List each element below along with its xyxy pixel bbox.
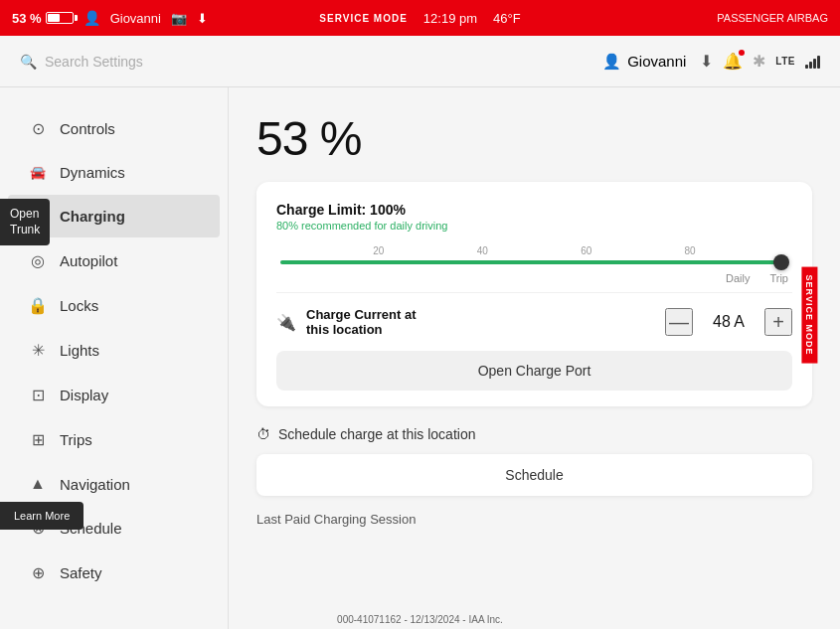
status-bar: 53 % 👤 Giovanni 📷 ⬇ SERVICE MODE 12:19 p… <box>0 0 840 36</box>
nav-user: 👤 Giovanni <box>602 53 686 71</box>
service-mode-right-badge: SERVICE MODE <box>802 266 818 363</box>
sidebar-item-label-controls: Controls <box>60 120 115 137</box>
plug-icon: 🔌 <box>276 313 296 332</box>
nav-user-icon: 👤 <box>602 53 621 71</box>
charge-current-text: Charge Current at this location <box>306 307 417 337</box>
schedule-section: ⏱ Schedule charge at this location Sched… <box>256 426 812 496</box>
sidebar: ⊙ Controls 🚘 Dynamics ⚡ Charging ◎ Autop… <box>0 87 229 629</box>
trips-icon: ⊞ <box>28 430 48 449</box>
schedule-button[interactable]: Schedule <box>256 454 812 496</box>
controls-icon: ⊙ <box>28 119 48 138</box>
status-bar-right: PASSENGER AIRBAG <box>717 12 828 24</box>
sidebar-item-trips[interactable]: ⊞ Trips <box>8 418 220 461</box>
sidebar-item-label-dynamics: Dynamics <box>60 164 125 181</box>
sidebar-item-label-trips: Trips <box>60 431 92 448</box>
signal-bar-2 <box>809 62 812 69</box>
slider-fill <box>280 260 788 264</box>
slider-daily-trip: Daily Trip <box>280 272 788 284</box>
last-paid-text: Last Paid Charging Session <box>256 512 416 527</box>
nav-user-name: Giovanni <box>627 53 686 70</box>
download-icon[interactable]: ⬇ <box>700 52 713 71</box>
charge-increase-button[interactable]: + <box>764 308 792 336</box>
main-battery-percent: 53 % <box>256 111 812 166</box>
charge-limit-subtitle: 80% recommended for daily driving <box>276 220 792 232</box>
sidebar-item-label-autopilot: Autopilot <box>60 252 117 269</box>
navigation-icon: ▲ <box>28 475 48 493</box>
sidebar-item-locks[interactable]: 🔒 Locks <box>8 284 220 327</box>
dynamics-icon: 🚘 <box>28 165 48 180</box>
sidebar-item-label-navigation: Navigation <box>60 476 130 493</box>
learn-more-button[interactable]: Learn More <box>0 502 84 530</box>
signal-bar-4 <box>817 56 820 69</box>
charge-slider-wrapper[interactable]: 20 40 60 80 Daily Trip <box>276 245 792 284</box>
schedule-clock-icon: ⏱ <box>256 426 270 442</box>
safety-icon: ⊕ <box>28 563 48 582</box>
charge-current-control: — 48 A + <box>665 308 792 336</box>
sidebar-item-autopilot[interactable]: ◎ Autopilot <box>8 239 220 282</box>
locks-icon: 🔒 <box>28 296 48 315</box>
passenger-airbag-label: PASSENGER AIRBAG <box>717 12 828 24</box>
slider-label-3: 60 <box>581 245 591 256</box>
status-time: 12:19 pm <box>423 11 477 26</box>
charge-current-value: 48 A <box>709 313 749 331</box>
charge-current-row: 🔌 Charge Current at this location — 48 A… <box>276 292 792 347</box>
search-placeholder: Search Settings <box>45 54 143 70</box>
status-bar-center: SERVICE MODE 12:19 pm 46°F <box>319 11 520 26</box>
last-paid-section: Last Paid Charging Session <box>256 512 812 527</box>
sidebar-item-dynamics[interactable]: 🚘 Dynamics <box>8 152 220 193</box>
trip-label: Trip <box>769 272 788 284</box>
main-content: 53 % Charge Limit: 100% 80% recommended … <box>229 87 840 629</box>
autopilot-icon: ◎ <box>28 251 48 270</box>
battery-fill <box>48 14 61 22</box>
status-user-icon: 👤 <box>84 10 100 26</box>
status-temp: 46°F <box>493 11 521 26</box>
battery-percent-label: 53 % <box>12 11 42 26</box>
sidebar-item-safety[interactable]: ⊕ Safety <box>8 551 220 594</box>
nav-icons: ⬇ 🔔 ✱ LTE <box>700 52 820 71</box>
charge-card: Charge Limit: 100% 80% recommended for d… <box>256 182 812 406</box>
charge-decrease-button[interactable]: — <box>665 308 693 336</box>
status-bar-left: 53 % 👤 Giovanni 📷 ⬇ <box>12 10 208 26</box>
screen: 🔍 Search Settings 👤 Giovanni ⬇ 🔔 ✱ LTE <box>0 36 840 629</box>
sidebar-item-lights[interactable]: ✳ Lights <box>8 329 220 372</box>
schedule-header: ⏱ Schedule charge at this location <box>256 426 812 442</box>
status-download-icon: ⬇ <box>197 11 208 26</box>
signal-bar-1 <box>805 65 808 69</box>
lte-badge: LTE <box>775 56 795 67</box>
slider-track <box>280 260 788 264</box>
open-trunk-button[interactable]: Open Trunk <box>0 199 50 245</box>
sidebar-item-display[interactable]: ⊡ Display <box>8 374 220 416</box>
lights-icon: ✳ <box>28 341 48 360</box>
slider-label-2: 40 <box>477 245 488 256</box>
status-camera-icon: 📷 <box>171 11 187 26</box>
sidebar-item-controls[interactable]: ⊙ Controls <box>8 107 220 150</box>
bell-icon[interactable]: 🔔 <box>723 52 743 71</box>
search-area[interactable]: 🔍 Search Settings <box>20 54 143 70</box>
sidebar-item-label-charging: Charging <box>60 208 125 225</box>
open-trunk-line2: Trunk <box>10 223 40 238</box>
service-mode-badge: SERVICE MODE <box>319 13 408 24</box>
slider-label-4: 80 <box>685 245 696 256</box>
nav-bar: 🔍 Search Settings 👤 Giovanni ⬇ 🔔 ✱ LTE <box>0 36 840 87</box>
content: Open Trunk ⊙ Controls 🚘 Dynamics ⚡ Charg… <box>0 87 840 629</box>
nav-right: 👤 Giovanni ⬇ 🔔 ✱ LTE <box>602 52 820 71</box>
sidebar-item-navigation[interactable]: ▲ Navigation <box>8 463 220 505</box>
sidebar-item-label-lights: Lights <box>60 342 99 359</box>
open-trunk-line1: Open <box>10 207 40 223</box>
bluetooth-icon: ✱ <box>753 52 765 71</box>
watermark: 000-41071162 - 12/13/2024 - IAA Inc. <box>337 614 503 625</box>
search-icon: 🔍 <box>20 54 37 70</box>
signal-bars <box>805 55 820 69</box>
battery-bar <box>46 12 74 24</box>
schedule-header-text: Schedule charge at this location <box>278 426 475 442</box>
signal-bar-3 <box>813 59 816 69</box>
battery-indicator: 53 % <box>12 11 74 26</box>
display-icon: ⊡ <box>28 386 48 404</box>
slider-thumb[interactable] <box>773 254 789 270</box>
open-charge-port-button[interactable]: Open Charge Port <box>276 351 792 391</box>
sidebar-item-label-display: Display <box>60 387 108 403</box>
daily-label: Daily <box>726 272 750 284</box>
charge-limit-title: Charge Limit: 100% <box>276 202 792 218</box>
slider-labels: 20 40 60 80 <box>280 245 788 256</box>
charge-current-label: 🔌 Charge Current at this location <box>276 307 417 337</box>
